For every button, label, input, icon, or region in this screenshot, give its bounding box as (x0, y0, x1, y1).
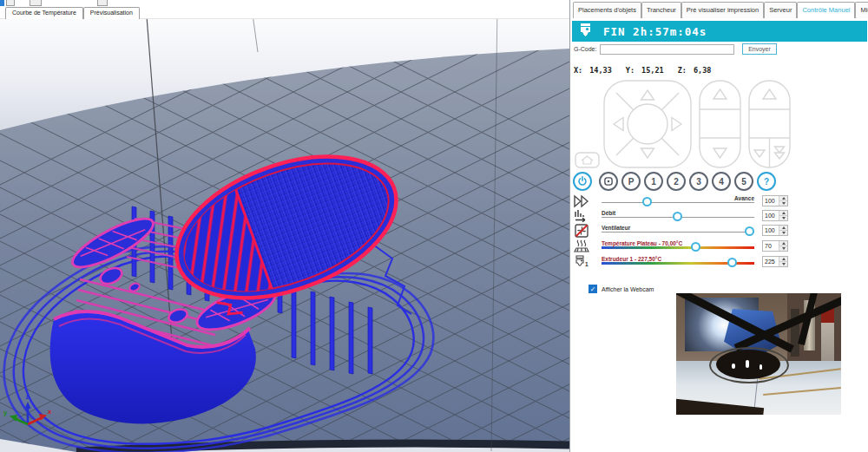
tab-courbe-temperature[interactable]: Courbe de Température (5, 7, 83, 19)
fan-slider-thumb[interactable] (745, 226, 754, 236)
toolbar-fragment-icon (97, 0, 108, 6)
flowrate-slider-thumb[interactable] (673, 212, 682, 221)
x-value: 14,33 (589, 66, 612, 75)
preset-4-button[interactable]: 4 (712, 172, 731, 191)
quick-buttons-row: P 1 2 3 4 5 ? (573, 172, 779, 191)
panel-tabs: Placements d'objets Trancheur Pré visual… (573, 2, 868, 18)
print-status-bar: FIN 2h:57m:04s (572, 21, 867, 42)
webcam-print-bed (676, 361, 841, 415)
flowrate-slider[interactable]: Débit (602, 209, 754, 223)
z-jog-control[interactable] (700, 81, 740, 167)
tab-microdelta-rework[interactable]: MicroDelta Rework (855, 2, 868, 18)
fast-retract-icon (775, 147, 785, 153)
fan-off-icon (574, 224, 589, 238)
retract-icon (754, 150, 765, 157)
3d-viewport[interactable]: z x y Courbe de Température Prévisualisa… (0, 0, 569, 452)
xy-jog-pad[interactable] (604, 81, 691, 167)
flowrate-row: Débit 100 (570, 209, 868, 223)
flowrate-icon (574, 209, 589, 223)
webcam-spray-can (821, 305, 834, 364)
repetier-host-window: z x y Courbe de Température Prévisualisa… (0, 0, 868, 452)
tab-trancheur[interactable]: Trancheur (641, 2, 681, 18)
jog-y-plus-icon (641, 90, 654, 100)
y-label: Y: (626, 66, 635, 75)
jog-controls (570, 76, 796, 174)
extruder1-icon: 1 (574, 255, 589, 269)
webcam-toggle-row: ✓ Afficher la Webcam (589, 285, 654, 293)
feedrate-slider[interactable]: Avance (602, 194, 754, 208)
webcam-foreground-shadow (676, 397, 764, 415)
tab-placements-objets[interactable]: Placements d'objets (573, 2, 641, 18)
preset-3-button[interactable]: 3 (689, 172, 708, 191)
tab-previsualisation[interactable]: Prévisualisation (83, 7, 140, 19)
home-button[interactable] (575, 153, 599, 167)
extruder-temp-slider-thumb[interactable] (727, 258, 737, 267)
power-icon (577, 176, 588, 187)
extruder-temp-slider[interactable]: Extrudeur 1 - 227,50°C (602, 255, 754, 269)
bed-temp-row: Température Plateau - 70,00°C 70 (570, 239, 868, 253)
y-value: 15,21 (641, 66, 664, 75)
print-finished-time: FIN 2h:57m:04s (603, 25, 707, 38)
z-up-icon (713, 89, 727, 99)
toolbar-fragment-icon (30, 0, 42, 6)
flowrate-spinbox[interactable]: 100 (762, 210, 788, 221)
preset-5-button[interactable]: 5 (734, 172, 753, 191)
jog-x-plus-icon (672, 118, 681, 131)
preset-1-button[interactable]: 1 (644, 172, 663, 191)
fan-slider[interactable]: Ventilateur (602, 224, 754, 238)
position-readout: X: 14,33 Y: 15,21 Z: 6,38 (574, 66, 725, 75)
z-down-icon (713, 148, 727, 158)
feedrate-row: Avance 100 (570, 194, 868, 208)
motor-icon (603, 176, 614, 187)
svg-text:1: 1 (585, 261, 589, 267)
z-value: 6,38 (694, 66, 711, 75)
extrude-up-icon (763, 89, 776, 99)
toolbar-fragment-icon (0, 0, 4, 6)
send-button[interactable]: Envoyer (742, 43, 777, 55)
webcam-feed (676, 293, 841, 415)
preset-p-button[interactable]: P (621, 172, 641, 191)
power-button[interactable] (573, 172, 592, 191)
tab-controle-manuel[interactable]: Contrôle Manuel (797, 2, 855, 18)
webcam-toggle-label: Afficher la Webcam (602, 286, 654, 292)
extruder-temp-spinbox[interactable]: 225 (762, 256, 788, 267)
toolbar-fragment-icon (6, 0, 15, 6)
jog-y-minus-icon (641, 148, 654, 158)
bed-temp-spinbox[interactable]: 70 (762, 240, 788, 252)
jog-x-minus-icon (614, 118, 623, 131)
feedrate-slider-thumb[interactable] (642, 197, 652, 206)
tab-pre-visualiser[interactable]: Pré visualiser impression (681, 2, 764, 18)
webcam-checkbox[interactable]: ✓ (589, 285, 597, 293)
extruder-jog-control[interactable] (749, 81, 790, 167)
3d-scene: z x y (0, 0, 569, 452)
extruder-icon (578, 23, 593, 40)
feedrate-icon (574, 194, 589, 208)
fan-spinbox[interactable]: 100 (762, 225, 788, 236)
view-tabs: Courbe de Température Prévisualisation (5, 7, 140, 19)
fan-row: Ventilateur 100 (570, 224, 868, 238)
webcam-printed-object (716, 350, 780, 379)
motors-off-button[interactable] (599, 172, 618, 191)
z-label: Z: (678, 66, 687, 75)
preset-2-button[interactable]: 2 (667, 172, 686, 191)
extruder-temp-row: 1 Extrudeur 1 - 227,50°C 225 (570, 255, 868, 269)
x-label: X: (574, 66, 582, 75)
tab-serveur[interactable]: Serveur (764, 2, 797, 18)
feedrate-spinbox[interactable]: 100 (762, 195, 788, 206)
axis-z-label: z (26, 393, 30, 401)
bed-temp-slider-thumb[interactable] (691, 242, 700, 252)
bed-temp-slider[interactable]: Température Plateau - 70,00°C (602, 239, 754, 253)
home-icon (582, 156, 593, 164)
gcode-label: G-Code: (574, 46, 596, 52)
gcode-input[interactable] (600, 44, 734, 55)
heated-bed-icon (574, 239, 589, 253)
help-button[interactable]: ? (757, 172, 776, 191)
control-panel: Placements d'objets Trancheur Pré visual… (569, 0, 868, 452)
